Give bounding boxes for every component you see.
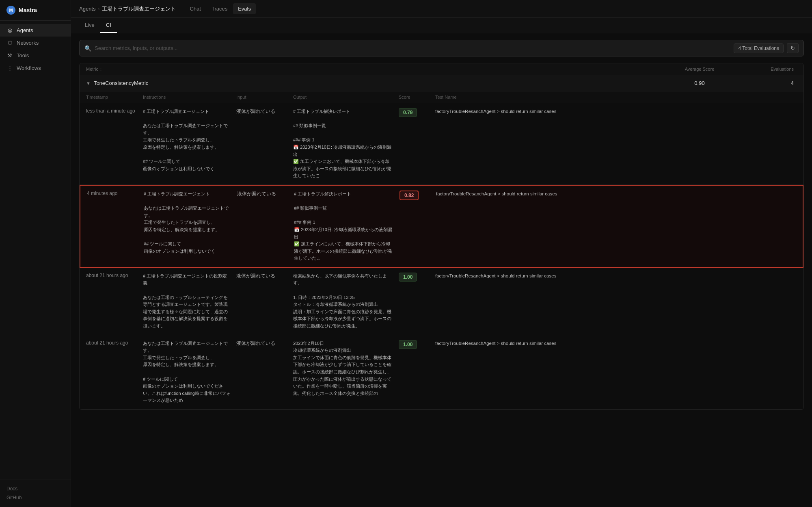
cell-timestamp: about 21 hours ago xyxy=(86,273,143,278)
tab-chat[interactable]: Chat xyxy=(185,3,205,14)
col-output: Output xyxy=(293,95,399,100)
score-badge: 0.82 xyxy=(400,191,419,200)
cell-test-name: factoryTroubleResanchAgent > should retu… xyxy=(436,191,796,197)
workflows-icon: ⋮ xyxy=(6,65,13,71)
cell-test-name: factoryTroubleResanchAgent > should retu… xyxy=(435,273,797,280)
cell-input: 液体が漏れている xyxy=(236,108,293,115)
chevron-icon[interactable]: ▼ xyxy=(86,81,91,86)
sidebar: M Mastra ◎ Agents ⬡ Networks ⚒ Tools ⋮ W… xyxy=(0,0,71,507)
content-area: 🔍 4 Total Evaluations ↻ Metric ↕ Average… xyxy=(71,33,812,507)
sidebar-github-link[interactable]: GitHub xyxy=(6,493,64,502)
topnav: Agents › 工場トラブル調査エージェント Chat Traces Eval… xyxy=(71,0,812,18)
search-icon: 🔍 xyxy=(84,45,91,52)
sidebar-item-agents[interactable]: ◎ Agents xyxy=(0,24,71,37)
col-instructions: Instructions xyxy=(143,95,236,100)
sidebar-bottom: Docs GitHub xyxy=(0,479,71,507)
metric-avg-score: 0.90 xyxy=(663,80,736,86)
col-metric: Metric ↕ xyxy=(86,67,663,72)
sidebar-item-workflows[interactable]: ⋮ Workflows xyxy=(0,62,71,74)
cell-instructions: # 工場トラブル調査エージェント あなたは工場トラブル調査エージェントです。 工… xyxy=(143,108,236,172)
metric-name: ToneConsistencyMetric xyxy=(94,80,148,86)
logo-icon: M xyxy=(6,6,15,15)
col-evaluations: Evaluations xyxy=(736,67,797,72)
data-table-header: Timestamp Instructions Input Output Scor… xyxy=(80,91,803,103)
sidebar-item-networks[interactable]: ⬡ Networks xyxy=(0,37,71,49)
cell-timestamp: about 21 hours ago xyxy=(86,340,143,346)
cell-instructions: # 工場トラブル調査エージェント あなたは工場トラブル調査エージェントです。 工… xyxy=(144,191,237,255)
cell-output: 2023年2月10日 冷却循環系統からの液剤漏出 加工ラインで床面に青色の痕跡を… xyxy=(293,340,399,397)
breadcrumb: Agents › 工場トラブル調査エージェント xyxy=(79,5,176,13)
subtab-ci[interactable]: CI xyxy=(100,18,117,33)
sidebar-logo: M Mastra xyxy=(0,0,71,21)
cell-score: 1.00 xyxy=(399,273,435,282)
breadcrumb-agents[interactable]: Agents xyxy=(79,6,95,12)
topnav-tabs: Chat Traces Evals xyxy=(185,3,256,14)
col-test-name: Test Name xyxy=(435,95,797,100)
search-input[interactable] xyxy=(95,45,730,51)
cell-instructions: # 工場トラブル調査エージェントの役割定義 あなたは工場のトラブルシューティング… xyxy=(143,273,236,330)
eval-badge-container: 4 Total Evaluations ↻ xyxy=(734,43,799,53)
metrics-table: Metric ↕ Average Score Evaluations ▼ Ton… xyxy=(79,63,804,410)
metric-eval-count: 4 xyxy=(736,80,797,86)
cell-input: 液体が漏れている xyxy=(236,273,293,280)
breadcrumb-agent-name[interactable]: 工場トラブル調査エージェント xyxy=(102,5,176,13)
cell-output: # 工場トラブル解決レポート ## 類似事例一覧 ### 事例 1 📅 2023… xyxy=(294,191,400,262)
table-header: Metric ↕ Average Score Evaluations xyxy=(80,63,803,75)
subtabs: Live CI xyxy=(71,18,812,33)
sidebar-item-label: Agents xyxy=(17,27,33,33)
cell-score: 0.79 xyxy=(399,108,435,117)
cell-timestamp: 4 minutes ago xyxy=(87,191,144,196)
sidebar-item-label: Tools xyxy=(17,52,29,58)
cell-timestamp: less than a minute ago xyxy=(86,108,143,114)
subtab-live[interactable]: Live xyxy=(79,18,100,33)
sidebar-docs-link[interactable]: Docs xyxy=(6,484,64,493)
table-row: 4 minutes ago # 工場トラブル調査エージェント あなたは工場トラブ… xyxy=(80,185,803,268)
agents-icon: ◎ xyxy=(6,27,13,33)
table-row: less than a minute ago # 工場トラブル調査エージェント … xyxy=(80,103,803,185)
cell-score: 0.82 xyxy=(400,191,436,200)
tab-traces[interactable]: Traces xyxy=(207,3,232,14)
metric-row: ▼ ToneConsistencyMetric 0.90 4 xyxy=(80,75,803,91)
col-score: Score xyxy=(399,95,435,100)
cell-score: 1.00 xyxy=(399,340,435,349)
eval-count-badge: 4 Total Evaluations xyxy=(734,43,784,53)
tools-icon: ⚒ xyxy=(6,52,13,58)
networks-icon: ⬡ xyxy=(6,40,13,46)
col-avg-score: Average Score xyxy=(663,67,736,72)
cell-output: # 工場トラブル解決レポート ## 類似事例一覧 ### 事例 1 📅 2023… xyxy=(293,108,399,180)
tab-evals[interactable]: Evals xyxy=(233,3,256,14)
cell-input: 液体が漏れている xyxy=(237,191,294,197)
sidebar-item-label: Networks xyxy=(17,40,39,46)
cell-test-name: factoryTroubleResanchAgent > should retu… xyxy=(435,108,797,115)
col-input: Input xyxy=(236,95,293,100)
cell-test-name: factoryTroubleResanchAgent > should retu… xyxy=(435,340,797,347)
score-badge: 0.79 xyxy=(399,108,417,117)
sidebar-item-label: Workflows xyxy=(17,65,41,71)
main-content: Agents › 工場トラブル調査エージェント Chat Traces Eval… xyxy=(71,0,812,507)
cell-instructions: あなたは工場トラブル調査エージェントです。 工場で発生したトラブルを調査し、 原… xyxy=(143,340,236,404)
cell-output: 検索結果から、以下の類似事例を共有いたします。 1. 日時：2023年2月10日… xyxy=(293,273,399,330)
score-badge: 1.00 xyxy=(399,340,417,349)
sidebar-nav: ◎ Agents ⬡ Networks ⚒ Tools ⋮ Workflows xyxy=(0,21,71,479)
data-rows-container: less than a minute ago # 工場トラブル調査エージェント … xyxy=(80,103,803,410)
sidebar-item-tools[interactable]: ⚒ Tools xyxy=(0,49,71,62)
breadcrumb-sep: › xyxy=(98,6,99,12)
score-badge: 1.00 xyxy=(399,273,417,282)
metric-name-cell: ▼ ToneConsistencyMetric xyxy=(86,80,663,86)
refresh-button[interactable]: ↻ xyxy=(787,43,799,53)
table-row: about 21 hours ago あなたは工場トラブル調査エージェントです。… xyxy=(80,335,803,410)
cell-input: 液体が漏れている xyxy=(236,340,293,347)
logo-text: Mastra xyxy=(19,7,37,13)
col-timestamp: Timestamp xyxy=(86,95,143,100)
search-bar: 🔍 4 Total Evaluations ↻ xyxy=(79,40,804,56)
table-row: about 21 hours ago # 工場トラブル調査エージェントの役割定義… xyxy=(80,268,803,335)
